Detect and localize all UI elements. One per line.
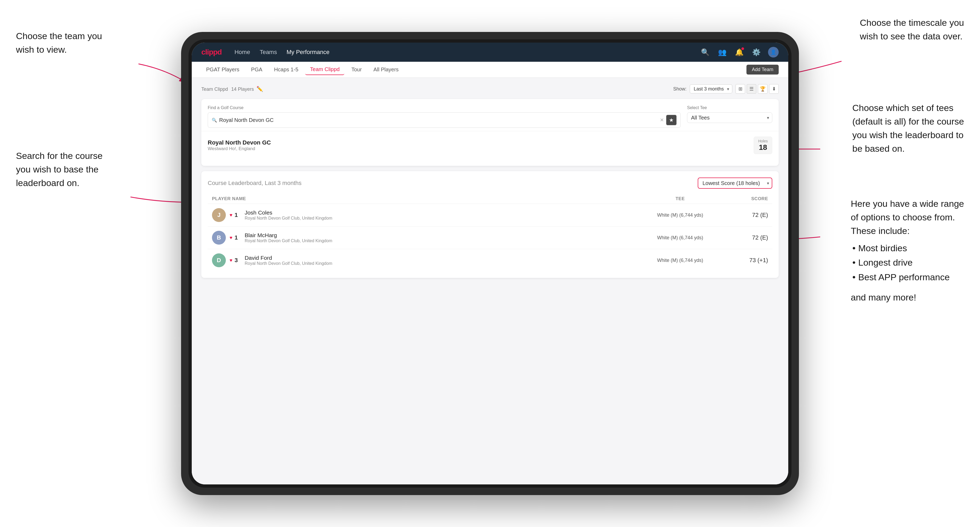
table-row: D ♥ 3 David Ford Royal North Devon Golf … bbox=[208, 249, 772, 271]
course-search-card: Find a Golf Course 🔍 ✕ ★ Select Tee bbox=[201, 99, 779, 166]
player-info-3: David Ford Royal North Devon Golf Club, … bbox=[245, 255, 640, 266]
annotation-bottom-left-text: Search for the courseyou wish to base th… bbox=[16, 149, 103, 190]
notification-dot bbox=[741, 48, 744, 50]
course-result-info: Royal North Devon GC Westward Ho!, Engla… bbox=[208, 139, 271, 151]
edit-team-icon[interactable]: ✏️ bbox=[256, 86, 263, 92]
download-button[interactable]: ⬇ bbox=[769, 84, 779, 94]
bullet-birdies: Most birdies bbox=[851, 241, 964, 255]
tee-select-field: Select Tee All Tees White Yellow Red bbox=[687, 105, 772, 123]
bullet-drive: Longest drive bbox=[851, 255, 964, 270]
tee-select[interactable]: All Tees White Yellow Red bbox=[687, 112, 772, 123]
holes-badge: Holes 18 bbox=[754, 137, 772, 154]
col-header-score: SCORE bbox=[720, 196, 768, 202]
annotation-footer: and many more! bbox=[851, 290, 964, 304]
player-score-1: 72 (E) bbox=[720, 211, 768, 219]
player-name-3: David Ford bbox=[245, 255, 640, 261]
sub-nav: PGAT Players PGA Hcaps 1-5 Team Clippd T… bbox=[192, 62, 788, 78]
col-header-tee: TEE bbox=[640, 196, 720, 202]
course-search-input[interactable] bbox=[219, 117, 658, 123]
tablet-frame: clippd Home Teams My Performance 🔍 👥 🔔 bbox=[181, 32, 799, 495]
annotation-bottom-right: Here you have a wide rangeof options to … bbox=[851, 197, 964, 304]
sub-nav-all-players[interactable]: All Players bbox=[369, 64, 403, 75]
people-button[interactable]: 👥 bbox=[717, 47, 727, 57]
annotation-top-left-text: Choose the team youwish to view. bbox=[16, 29, 102, 56]
app-container: clippd Home Teams My Performance 🔍 👥 🔔 bbox=[192, 43, 788, 484]
tablet-screen: clippd Home Teams My Performance 🔍 👥 🔔 bbox=[192, 43, 788, 484]
course-search-field: Find a Golf Course 🔍 ✕ ★ bbox=[208, 105, 681, 128]
course-location: Westward Ho!, England bbox=[208, 146, 271, 151]
player-tee-3: White (M) (6,744 yds) bbox=[640, 258, 720, 263]
score-filter-wrap: Lowest Score (18 holes) Most Birdies Lon… bbox=[698, 178, 772, 189]
search-icon: 🔍 bbox=[212, 117, 217, 123]
list-view-button[interactable]: ☰ bbox=[747, 84, 756, 94]
search-button[interactable]: 🔍 bbox=[700, 47, 711, 57]
nav-link-my-performance[interactable]: My Performance bbox=[286, 49, 329, 56]
leaderboard-title-wrap: Course Leaderboard, Last 3 months bbox=[208, 179, 301, 187]
table-row: B ♥ 1 Blair McHarg Royal North Devon Gol… bbox=[208, 227, 772, 249]
annotation-bottom-right-bullets: Most birdies Longest drive Best APP perf… bbox=[851, 241, 964, 284]
course-result: Royal North Devon GC Westward Ho!, Engla… bbox=[201, 131, 779, 159]
rank-1: 1 bbox=[235, 211, 241, 219]
table-row: J ♥ 1 Josh Coles Royal North Devon Golf … bbox=[208, 204, 772, 227]
player-tee-2: White (M) (6,744 yds) bbox=[640, 235, 720, 241]
sub-nav-pga[interactable]: PGA bbox=[247, 64, 267, 75]
player-club-3: Royal North Devon Golf Club, United King… bbox=[245, 261, 640, 266]
annotation-top-right: Choose the timescale youwish to see the … bbox=[860, 16, 964, 43]
search-input-wrap: 🔍 ✕ ★ bbox=[208, 112, 681, 128]
app-logo: clippd bbox=[201, 48, 221, 56]
nav-link-home[interactable]: Home bbox=[234, 49, 250, 56]
table-header: PLAYER NAME TEE SCORE bbox=[208, 194, 772, 204]
notification-wrap: 🔔 bbox=[734, 47, 745, 57]
find-course-label: Find a Golf Course bbox=[208, 105, 681, 110]
team-header: Team Clippd 14 Players ✏️ Show: Last 3 m… bbox=[201, 84, 779, 94]
view-icons: ⊞ ☰ 🏆 ⬇ bbox=[735, 84, 779, 94]
bullet-app: Best APP performance bbox=[851, 270, 964, 284]
player-club-2: Royal North Devon Golf Club, United King… bbox=[245, 238, 640, 243]
clear-search-icon[interactable]: ✕ bbox=[660, 117, 664, 123]
heart-icon-3[interactable]: ♥ bbox=[229, 258, 232, 263]
sub-nav-team-clippd[interactable]: Team Clippd bbox=[305, 64, 344, 75]
leaderboard-title: Course Leaderboard, Last 3 months bbox=[208, 179, 301, 186]
search-row: Find a Golf Course 🔍 ✕ ★ Select Tee bbox=[208, 105, 772, 128]
player-avatar-2: B bbox=[212, 231, 226, 244]
rank-3: 3 bbox=[235, 257, 241, 264]
settings-button[interactable]: ⚙️ bbox=[751, 47, 762, 57]
player-club-1: Royal North Devon Golf Club, United King… bbox=[245, 216, 640, 221]
heart-icon-1[interactable]: ♥ bbox=[229, 213, 232, 218]
leaderboard-card: Course Leaderboard, Last 3 months Lowest… bbox=[201, 171, 779, 278]
team-title-wrap: Team Clippd 14 Players ✏️ bbox=[201, 86, 263, 92]
grid-view-button[interactable]: ⊞ bbox=[735, 84, 745, 94]
player-score-3: 73 (+1) bbox=[720, 257, 768, 264]
team-name: Team Clippd 14 Players bbox=[201, 86, 254, 92]
sub-nav-tour[interactable]: Tour bbox=[347, 64, 366, 75]
add-team-button[interactable]: Add Team bbox=[746, 65, 779, 75]
show-label: Show: bbox=[673, 86, 687, 92]
nav-link-teams[interactable]: Teams bbox=[259, 49, 277, 56]
player-tee-1: White (M) (6,744 yds) bbox=[640, 213, 720, 218]
heart-icon-2[interactable]: ♥ bbox=[229, 235, 232, 241]
annotation-bottom-right-title: Here you have a wide rangeof options to … bbox=[851, 197, 964, 238]
nav-links: Home Teams My Performance bbox=[234, 49, 700, 56]
rank-2: 1 bbox=[235, 234, 241, 241]
course-name: Royal North Devon GC bbox=[208, 139, 271, 146]
col-header-player: PLAYER NAME bbox=[212, 196, 640, 202]
score-filter-dropdown[interactable]: Lowest Score (18 holes) Most Birdies Lon… bbox=[698, 178, 772, 189]
select-tee-label: Select Tee bbox=[687, 105, 772, 110]
leaderboard-header: Course Leaderboard, Last 3 months Lowest… bbox=[208, 178, 772, 189]
annotation-top-right-text: Choose the timescale youwish to see the … bbox=[860, 16, 964, 43]
tee-select-wrap: All Tees White Yellow Red bbox=[687, 112, 772, 123]
player-info-2: Blair McHarg Royal North Devon Golf Club… bbox=[245, 232, 640, 243]
main-content: Team Clippd 14 Players ✏️ Show: Last 3 m… bbox=[192, 78, 788, 484]
show-dropdown[interactable]: Last 3 months bbox=[690, 84, 732, 94]
favorite-button[interactable]: ★ bbox=[666, 115, 677, 125]
player-name-1: Josh Coles bbox=[245, 210, 640, 216]
player-info-1: Josh Coles Royal North Devon Golf Club, … bbox=[245, 210, 640, 221]
annotation-mid-right-text: Choose which set of tees(default is all)… bbox=[852, 101, 964, 156]
sub-nav-pgat[interactable]: PGAT Players bbox=[201, 64, 244, 75]
trophy-view-button[interactable]: 🏆 bbox=[758, 84, 767, 94]
sub-nav-hcaps[interactable]: Hcaps 1-5 bbox=[269, 64, 303, 75]
tablet-inner: clippd Home Teams My Performance 🔍 👥 🔔 bbox=[189, 40, 791, 487]
user-avatar[interactable]: 👤 bbox=[768, 47, 779, 57]
player-name-2: Blair McHarg bbox=[245, 232, 640, 238]
player-avatar-3: D bbox=[212, 253, 226, 267]
